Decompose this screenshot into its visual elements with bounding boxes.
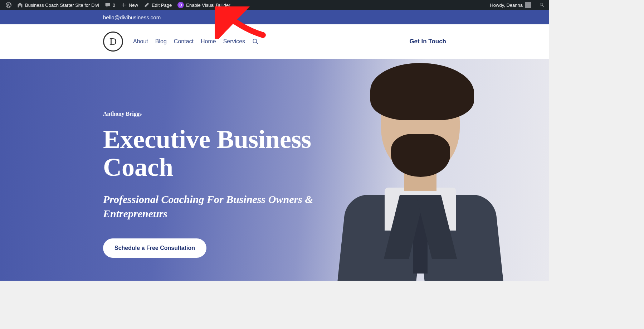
pencil-icon: [144, 2, 150, 8]
admin-search[interactable]: [538, 0, 546, 10]
hero-kicker: Anthony Briggs: [103, 111, 332, 117]
schedule-consultation-button[interactable]: Schedule a Free Consultation: [103, 238, 206, 258]
enable-visual-builder-menu[interactable]: D Enable Visual Builder: [175, 0, 233, 10]
comments-menu[interactable]: 0: [102, 0, 118, 10]
edit-page-label: Edit Page: [152, 3, 172, 8]
hero-person-image: [338, 66, 503, 281]
edit-page-menu[interactable]: Edit Page: [141, 0, 175, 10]
account-menu[interactable]: Howdy, Deanna: [487, 0, 534, 10]
enable-visual-builder-label: Enable Visual Builder: [186, 3, 230, 8]
nav-contact[interactable]: Contact: [174, 38, 194, 45]
wordpress-icon: [6, 2, 11, 8]
nav-blog[interactable]: Blog: [155, 38, 167, 45]
site-logo[interactable]: D: [103, 32, 123, 52]
site-name-label: Business Coach Starter Site for Divi: [25, 3, 99, 8]
hero-section: Anthony Briggs Executive Business Coach …: [0, 59, 549, 281]
wp-logo-menu[interactable]: [3, 0, 14, 10]
admin-bar-left: Business Coach Starter Site for Divi 0 N…: [3, 0, 233, 10]
nav-about[interactable]: About: [133, 38, 148, 45]
header-left: D About Blog Contact Home Services: [103, 32, 259, 52]
new-label: New: [129, 3, 138, 8]
avatar-icon: [525, 2, 531, 8]
site-header: D About Blog Contact Home Services Get I…: [0, 24, 549, 59]
greeting-label: Howdy, Deanna: [490, 3, 523, 8]
wp-admin-bar: Business Coach Starter Site for Divi 0 N…: [0, 0, 549, 10]
header-cta[interactable]: Get In Touch: [409, 38, 446, 45]
nav-services[interactable]: Services: [223, 38, 245, 45]
contact-email-link[interactable]: hello@divibusiness.com: [103, 14, 161, 20]
search-icon: [252, 38, 259, 45]
svg-line-1: [256, 42, 258, 44]
hero-content: Anthony Briggs Executive Business Coach …: [103, 111, 332, 258]
contact-bar: hello@divibusiness.com: [0, 10, 549, 24]
plus-icon: [121, 2, 127, 8]
nav-search-button[interactable]: [252, 38, 259, 45]
comments-count: 0: [113, 3, 115, 8]
hero-title: Executive Business Coach: [103, 126, 332, 182]
hero-subtitle: Professional Coaching For Business Owner…: [103, 192, 332, 221]
nav-home[interactable]: Home: [201, 38, 216, 45]
svg-point-0: [253, 39, 257, 43]
site-name-menu[interactable]: Business Coach Starter Site for Divi: [14, 0, 102, 10]
main-nav: About Blog Contact Home Services: [133, 38, 259, 45]
divi-icon: D: [177, 2, 184, 8]
admin-bar-right: Howdy, Deanna: [487, 0, 546, 10]
new-content-menu[interactable]: New: [118, 0, 141, 10]
home-icon: [17, 2, 23, 8]
comment-icon: [105, 2, 111, 8]
search-icon: [539, 2, 545, 8]
